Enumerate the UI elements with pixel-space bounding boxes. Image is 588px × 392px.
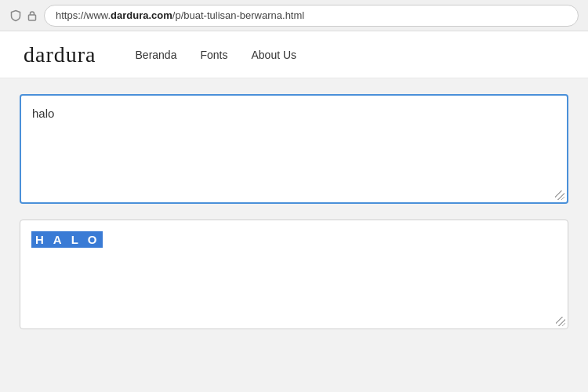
text-input-box[interactable]: halo — [20, 94, 568, 204]
nav-fonts[interactable]: Fonts — [200, 49, 227, 61]
webpage: dardura Beranda Fonts About Us halo H A … — [0, 31, 588, 392]
navbar: dardura Beranda Fonts About Us — [0, 31, 588, 78]
main-content: halo H A L O — [0, 78, 588, 392]
site-logo[interactable]: dardura — [24, 42, 96, 67]
output-letter-o: O — [84, 231, 103, 248]
text-input[interactable]: halo — [32, 107, 556, 191]
output-text-container: H A L O — [31, 231, 557, 248]
output-resize-handle[interactable] — [556, 317, 565, 326]
output-letter-a: A — [49, 231, 67, 248]
nav-links: Beranda Fonts About Us — [136, 49, 297, 61]
output-letter-h: H — [31, 231, 49, 248]
address-bar: https://www.dardura.com/p/buat-tulisan-b… — [0, 0, 588, 31]
url-suffix: /p/buat-tulisan-berwarna.html — [172, 9, 304, 21]
lock-icon — [27, 10, 38, 21]
shield-icon — [9, 9, 22, 22]
nav-beranda[interactable]: Beranda — [136, 49, 177, 61]
nav-about-us[interactable]: About Us — [251, 49, 296, 61]
output-box: H A L O — [20, 220, 568, 329]
url-bar[interactable]: https://www.dardura.com/p/buat-tulisan-b… — [44, 5, 579, 27]
svg-rect-0 — [29, 15, 36, 20]
resize-handle[interactable] — [555, 191, 564, 200]
styled-output-text: H A L O — [31, 231, 103, 248]
url-prefix: https://www. — [56, 9, 111, 21]
browser-security-icons — [9, 9, 38, 22]
url-domain: dardura.com — [111, 9, 172, 21]
output-letter-l: L — [67, 231, 84, 248]
